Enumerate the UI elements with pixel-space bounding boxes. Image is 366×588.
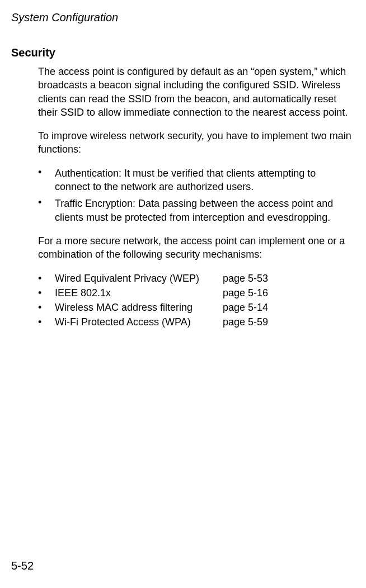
intro-paragraph: The access point is configured by defaul… bbox=[38, 65, 353, 119]
list-item: • Wi-Fi Protected Access (WPA) page 5-59 bbox=[38, 315, 353, 329]
bullet-icon: • bbox=[38, 272, 55, 285]
chapter-title: System Configuration bbox=[11, 11, 358, 24]
list-item: • IEEE 802.1x page 5-16 bbox=[38, 286, 353, 300]
mechanism-page-ref: page 5-16 bbox=[223, 286, 353, 300]
section-heading-security: Security bbox=[11, 46, 358, 59]
list-item-text: Authentication: It must be verified that… bbox=[55, 167, 353, 194]
mechanism-page-ref: page 5-14 bbox=[223, 301, 353, 314]
mechanism-page-ref: page 5-59 bbox=[223, 315, 353, 329]
mechanism-name: Wi-Fi Protected Access (WPA) bbox=[55, 315, 223, 329]
mechanism-name: IEEE 802.1x bbox=[55, 286, 223, 300]
mechanisms-list: • Wired Equivalent Privacy (WEP) page 5-… bbox=[38, 272, 353, 329]
list-item: • Wired Equivalent Privacy (WEP) page 5-… bbox=[38, 272, 353, 285]
improve-paragraph: To improve wireless network security, yo… bbox=[38, 129, 353, 157]
page-number: 5-52 bbox=[11, 559, 34, 572]
bullet-icon: • bbox=[38, 197, 55, 224]
list-item-text: Traffic Encryption: Data passing between… bbox=[55, 197, 353, 224]
mechanism-name: Wireless MAC address filtering bbox=[55, 301, 223, 314]
list-item: • Wireless MAC address filtering page 5-… bbox=[38, 301, 353, 314]
list-item: • Traffic Encryption: Data passing betwe… bbox=[38, 197, 353, 224]
bullet-icon: • bbox=[38, 286, 55, 300]
bullet-icon: • bbox=[38, 301, 55, 314]
mechanisms-intro-paragraph: For a more secure network, the access po… bbox=[38, 234, 353, 262]
list-item: • Authentication: It must be verified th… bbox=[38, 167, 353, 194]
functions-list: • Authentication: It must be verified th… bbox=[38, 167, 353, 224]
bullet-icon: • bbox=[38, 315, 55, 329]
mechanism-name: Wired Equivalent Privacy (WEP) bbox=[55, 272, 223, 285]
mechanism-page-ref: page 5-53 bbox=[223, 272, 353, 285]
bullet-icon: • bbox=[38, 167, 55, 194]
